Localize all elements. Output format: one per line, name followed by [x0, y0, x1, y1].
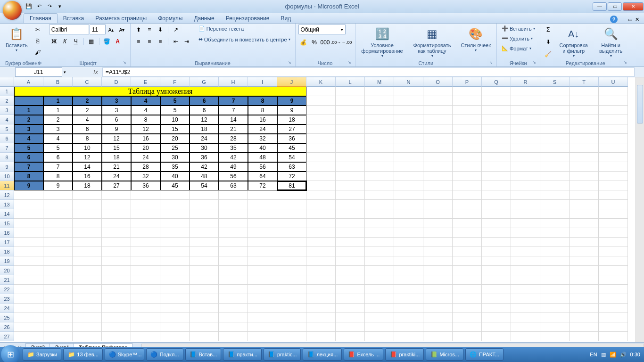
cell[interactable] — [73, 322, 102, 332]
cell[interactable] — [14, 209, 43, 219]
cell[interactable] — [365, 190, 394, 200]
cell[interactable] — [365, 106, 394, 115]
cell[interactable] — [482, 181, 511, 190]
cell[interactable] — [306, 238, 336, 247]
cell[interactable] — [190, 190, 219, 200]
cell[interactable] — [482, 238, 511, 247]
cell[interactable] — [570, 172, 599, 181]
cell[interactable] — [423, 294, 453, 304]
cell[interactable] — [219, 322, 248, 332]
row-header[interactable]: 9 — [0, 162, 14, 172]
cell[interactable] — [219, 256, 248, 266]
cell[interactable] — [131, 219, 160, 228]
cell[interactable] — [394, 256, 423, 266]
cell[interactable]: 21 — [102, 162, 131, 172]
cell[interactable] — [365, 322, 394, 332]
cell[interactable] — [190, 228, 219, 238]
cell[interactable] — [277, 304, 306, 313]
cell[interactable] — [365, 275, 394, 285]
cell[interactable] — [219, 219, 248, 228]
cell[interactable] — [599, 115, 628, 124]
row-header[interactable]: 14 — [0, 209, 14, 219]
cell[interactable] — [482, 124, 511, 134]
qat-dropdown-icon[interactable]: ▾ — [56, 2, 64, 11]
sort-filter-button[interactable]: A↓Сортировка и фильтр▾ — [555, 25, 592, 60]
cell[interactable] — [365, 162, 394, 172]
cell[interactable] — [365, 285, 394, 294]
cell[interactable] — [394, 181, 423, 190]
cell[interactable] — [14, 219, 43, 228]
cell[interactable]: 36 — [131, 181, 160, 190]
cell[interactable] — [453, 219, 482, 228]
cell[interactable] — [540, 106, 570, 115]
column-header[interactable]: J — [277, 77, 306, 87]
cell[interactable] — [599, 322, 628, 332]
tab-home[interactable]: Главная — [24, 13, 58, 23]
percent-format-icon[interactable]: % — [309, 37, 320, 48]
clear-icon[interactable]: 🧹 — [543, 49, 553, 59]
cell[interactable] — [394, 153, 423, 162]
cell[interactable] — [453, 228, 482, 238]
cell[interactable] — [453, 238, 482, 247]
cell[interactable] — [540, 285, 570, 294]
cell[interactable]: 20 — [131, 143, 160, 153]
cell[interactable] — [540, 322, 570, 332]
row-header[interactable]: 19 — [0, 256, 14, 266]
cell[interactable] — [365, 209, 394, 219]
row-header[interactable]: 2 — [0, 96, 14, 106]
cell[interactable]: 24 — [102, 172, 131, 181]
cell[interactable]: 28 — [131, 162, 160, 172]
format-painter-icon[interactable]: 🖌 — [33, 47, 43, 58]
cell[interactable] — [599, 266, 628, 275]
cell[interactable]: 45 — [160, 181, 190, 190]
cell[interactable] — [482, 294, 511, 304]
cell[interactable] — [160, 190, 190, 200]
cell[interactable]: 30 — [160, 153, 190, 162]
cell[interactable] — [482, 228, 511, 238]
cell[interactable] — [365, 304, 394, 313]
cell[interactable]: 3 — [43, 124, 73, 134]
cell[interactable] — [482, 266, 511, 275]
cell[interactable]: 16 — [248, 115, 277, 124]
cell[interactable] — [394, 247, 423, 256]
cell[interactable] — [306, 162, 336, 172]
cell[interactable] — [453, 256, 482, 266]
cell[interactable] — [423, 256, 453, 266]
cell[interactable] — [423, 134, 453, 143]
cell[interactable] — [336, 153, 365, 162]
cell[interactable] — [102, 313, 131, 322]
cell[interactable] — [131, 313, 160, 322]
accounting-format-icon[interactable]: 💰 — [298, 37, 309, 48]
column-header[interactable]: G — [190, 77, 219, 87]
cell[interactable]: 27 — [277, 124, 306, 134]
cell[interactable] — [482, 275, 511, 285]
cell[interactable] — [453, 200, 482, 209]
cell[interactable] — [131, 294, 160, 304]
cell[interactable]: 5 — [14, 143, 43, 153]
help-icon[interactable]: ? — [610, 16, 618, 23]
cell[interactable] — [394, 219, 423, 228]
cell[interactable] — [394, 143, 423, 153]
cell[interactable]: 5 — [43, 143, 73, 153]
cell[interactable]: 81 — [277, 181, 306, 190]
cell[interactable] — [540, 275, 570, 285]
cell[interactable] — [570, 285, 599, 294]
cell[interactable] — [365, 266, 394, 275]
cell[interactable] — [599, 181, 628, 190]
cell[interactable] — [248, 294, 277, 304]
cell[interactable] — [570, 153, 599, 162]
cell[interactable] — [511, 228, 540, 238]
cell[interactable]: 18 — [277, 115, 306, 124]
cell[interactable] — [336, 115, 365, 124]
cell[interactable] — [248, 332, 277, 341]
cell[interactable] — [14, 322, 43, 332]
cell[interactable]: 42 — [219, 153, 248, 162]
cell[interactable] — [599, 162, 628, 172]
cell[interactable] — [160, 266, 190, 275]
increase-font-icon[interactable]: A▴ — [106, 25, 116, 35]
cell[interactable] — [394, 96, 423, 106]
cell[interactable] — [306, 115, 336, 124]
cell[interactable] — [423, 322, 453, 332]
cell[interactable] — [365, 172, 394, 181]
cell[interactable] — [423, 285, 453, 294]
